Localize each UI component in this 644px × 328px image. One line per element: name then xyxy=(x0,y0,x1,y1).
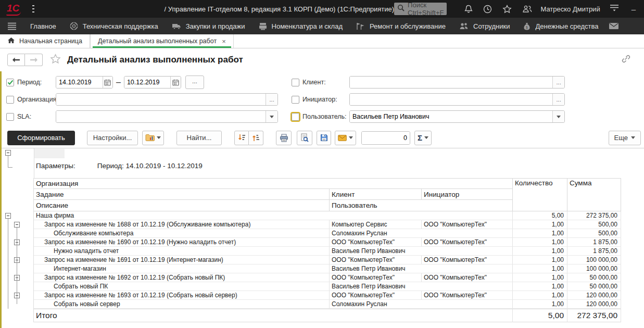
quantity-cell[interactable]: 1,00 xyxy=(513,300,567,309)
counter-input[interactable] xyxy=(362,132,410,144)
quantity-cell[interactable]: 1,00 xyxy=(513,229,567,238)
initiator-cell[interactable]: ООО "КомпьютерТех" xyxy=(422,220,513,229)
quantity-cell[interactable]: 1,00 xyxy=(513,238,567,247)
client-choose-button[interactable]: ... xyxy=(552,77,564,88)
description-cell[interactable]: Нужно наладить отчет xyxy=(34,247,330,256)
group-cell[interactable]: Наша фирма xyxy=(34,211,513,220)
amount-cell[interactable]: 50 000,00 xyxy=(567,282,621,291)
table-row[interactable]: Нужно наладить отчетВасильев Петр Иванов… xyxy=(0,247,644,256)
table-row[interactable]: Интернет-магазинВасильев Петр Иванович1,… xyxy=(0,264,644,273)
client-cell[interactable]: ООО "КомпьютерТех" xyxy=(330,238,422,247)
table-row[interactable]: Запрос на изменение № 1692 от 10.12.19 (… xyxy=(0,273,644,282)
mail-icon[interactable] xyxy=(609,22,619,30)
amount-cell[interactable]: 120 000,00 xyxy=(567,291,621,300)
client-cell[interactable]: ООО "КомпьютерТех" xyxy=(330,273,422,282)
task-cell[interactable]: Запрос на изменение № 1690 от 10.12.19 (… xyxy=(34,238,330,247)
hamburger-menu-icon[interactable] xyxy=(32,5,34,12)
user-cell[interactable]: Соломахин Руслан xyxy=(330,300,513,309)
quantity-cell[interactable]: 1,00 xyxy=(513,256,567,264)
amount-cell[interactable]: 500,00 xyxy=(567,229,621,238)
send-email-button[interactable] xyxy=(335,131,356,145)
find-button[interactable]: Найти... xyxy=(176,131,222,145)
collapse-group-icon[interactable] xyxy=(5,213,11,219)
task-cell[interactable]: Запрос на изменение № 1693 от 10.12.19 (… xyxy=(34,291,330,300)
amount-cell[interactable]: 1 875,00 xyxy=(567,247,621,256)
collapse-group-icon[interactable] xyxy=(14,222,20,228)
service-menu-icon[interactable] xyxy=(610,4,619,14)
sort-descending-button[interactable] xyxy=(234,131,249,145)
total-label-cell[interactable]: Итого xyxy=(34,309,513,322)
initiator-cell[interactable]: ООО "КомпьютерТех" xyxy=(422,256,513,264)
table-row[interactable]: Запрос на изменение № 1693 от 10.12.19 (… xyxy=(0,291,644,300)
amount-cell[interactable]: 50 000,00 xyxy=(567,273,621,282)
description-cell[interactable]: Интернет-магазин xyxy=(34,264,330,273)
close-tab-icon[interactable]: × xyxy=(222,37,226,45)
tab-detail-analysis[interactable]: Детальный анализ выполненных работ × xyxy=(90,34,234,48)
client-cell[interactable]: ООО "КомпьютерТех" xyxy=(330,256,422,264)
task-cell[interactable]: Запрос на изменение № 1688 от 10.12.19 (… xyxy=(34,220,330,229)
amount-cell[interactable]: 500,00 xyxy=(567,220,621,229)
task-cell[interactable]: Запрос на изменение № 1692 от 10.12.19 (… xyxy=(34,273,330,282)
organization-field[interactable]: ... xyxy=(56,93,278,106)
quantity-cell[interactable]: 1,00 xyxy=(513,247,567,256)
amount-cell[interactable]: 120 000,00 xyxy=(567,300,621,309)
nav-item-warehouse[interactable]: Номенклатура и склад xyxy=(259,22,343,30)
nav-item-purchases[interactable]: Закупки и продажи xyxy=(172,22,245,30)
forward-button[interactable] xyxy=(25,54,43,66)
nav-item-tech-support[interactable]: Техническая поддержка xyxy=(70,22,158,30)
quantity-cell[interactable]: 1,00 xyxy=(513,273,567,282)
report-variants-button[interactable] xyxy=(142,131,164,145)
description-cell[interactable]: Собрать новый сервер xyxy=(34,300,330,309)
initiator-checkbox[interactable] xyxy=(292,96,299,104)
description-cell[interactable]: Собрать новый ПК xyxy=(34,282,330,291)
amount-cell[interactable]: 272 375,00 xyxy=(567,309,621,322)
nav-item-money[interactable]: $ Денежные средства xyxy=(523,22,598,30)
period-from-input[interactable] xyxy=(56,77,103,88)
counter-field[interactable] xyxy=(361,131,410,145)
favorite-star-icon[interactable] xyxy=(50,54,61,66)
table-row[interactable]: Собрать новый серверСоломахин Руслан1,00… xyxy=(0,300,644,309)
task-cell[interactable]: Запрос на изменение № 1691 от 10.12.19 (… xyxy=(34,256,330,264)
favorites-star-icon[interactable] xyxy=(502,5,512,14)
table-row[interactable]: Наша фирма5,00272 375,00 xyxy=(0,211,644,220)
user-cell[interactable]: Васильев Петр Иванович xyxy=(330,282,513,291)
initiator-field[interactable]: ... xyxy=(349,93,565,106)
quantity-cell[interactable]: 5,00 xyxy=(513,211,567,220)
period-checkbox[interactable] xyxy=(6,79,14,86)
quantity-cell[interactable]: 1,00 xyxy=(513,291,567,300)
table-row[interactable]: Обслуживание компьютераСоломахин Руслан1… xyxy=(0,229,644,238)
quantity-cell[interactable]: 5,00 xyxy=(513,309,567,322)
user-cell[interactable]: Васильев Петр Иванович xyxy=(330,247,513,256)
organization-choose-button[interactable]: ... xyxy=(266,94,277,105)
client-cell[interactable]: ООО "КомпьютерТех" xyxy=(330,291,422,300)
quantity-cell[interactable]: 1,00 xyxy=(513,264,567,273)
period-from-field[interactable] xyxy=(56,76,113,89)
client-input[interactable] xyxy=(350,77,552,88)
sum-button[interactable]: Σ xyxy=(414,131,432,145)
sla-input[interactable] xyxy=(56,111,266,122)
table-row[interactable]: Собрать новый ПКВасильев Петр Иванович1,… xyxy=(0,282,644,291)
current-user-name[interactable]: Матреско Дмитрий xyxy=(540,5,600,13)
period-to-input[interactable] xyxy=(124,77,171,88)
sla-field[interactable] xyxy=(56,110,278,123)
organization-input[interactable] xyxy=(56,94,266,105)
nav-item-employees[interactable]: Сотрудники xyxy=(459,22,510,30)
period-variants-button[interactable]: ... xyxy=(185,75,204,89)
quantity-cell[interactable]: 1,00 xyxy=(513,220,567,229)
user-dropdown-button[interactable] xyxy=(552,111,564,122)
notifications-bell-icon[interactable] xyxy=(464,5,473,14)
more-button[interactable]: Еще xyxy=(609,131,641,145)
table-row[interactable]: Запрос на изменение № 1688 от 10.12.19 (… xyxy=(0,220,644,229)
initiator-cell[interactable]: ООО "КомпьютерТех" xyxy=(422,291,513,300)
user-input[interactable] xyxy=(350,111,552,122)
amount-cell[interactable]: 1 875,00 xyxy=(567,238,621,247)
amount-cell[interactable]: 100 000,00 xyxy=(567,264,621,273)
client-cell[interactable]: Компьютер Сервис xyxy=(330,220,422,229)
get-link-icon[interactable] xyxy=(621,55,630,65)
print-button[interactable] xyxy=(276,131,292,145)
user-cell[interactable]: Соломахин Руслан xyxy=(330,229,513,238)
initiator-input[interactable] xyxy=(350,94,552,105)
user-checkbox[interactable] xyxy=(292,113,299,121)
save-button[interactable] xyxy=(317,131,331,145)
initiator-choose-button[interactable]: ... xyxy=(552,94,564,105)
